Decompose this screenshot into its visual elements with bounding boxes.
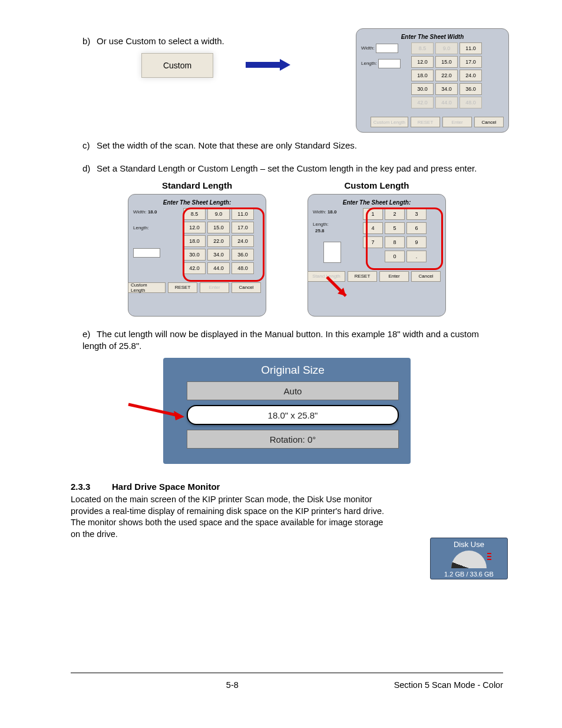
custom-button[interactable]: Custom xyxy=(141,53,213,78)
width-size-button[interactable]: 18.0 xyxy=(411,70,434,81)
length-size-button[interactable]: 36.0 xyxy=(232,249,254,261)
width-size-button: 9.0 xyxy=(435,42,458,54)
dialog-custom-length-button[interactable]: Custom Length xyxy=(128,282,166,293)
disk-use-monitor: Disk Use 1.2 GB / 33.6 GB xyxy=(430,538,508,579)
width-size-button: 8.5 xyxy=(411,42,434,54)
svg-line-2 xyxy=(128,404,178,416)
dialog-stand-length-button: Stand Length xyxy=(308,271,345,282)
dialog-reset-button[interactable]: RESET xyxy=(168,282,197,293)
length-size-button[interactable]: 34.0 xyxy=(207,249,230,261)
keypad-digit-button[interactable]: 5 xyxy=(385,222,405,234)
length-field[interactable] xyxy=(378,59,401,68)
section-heading: 2.3.3Hard Drive Space Monitor xyxy=(71,482,503,492)
keypad-digit-button[interactable]: . xyxy=(406,251,427,262)
length-size-button[interactable]: 24.0 xyxy=(232,235,254,247)
dialog-reset-button: RESET xyxy=(411,117,440,127)
length-size-button[interactable]: 18.0 xyxy=(183,235,206,247)
rotation-button[interactable]: Rotation: 0° xyxy=(187,430,399,449)
standard-length-heading: Standard Length xyxy=(128,180,266,190)
custom-length-heading: Custom Length xyxy=(308,180,446,190)
length-size-button[interactable]: 30.0 xyxy=(183,249,206,261)
length-size-button[interactable]: 17.0 xyxy=(232,222,254,233)
dialog-custom-length-button: Custom Length xyxy=(371,117,408,127)
dialog-cancel-button[interactable]: Cancel xyxy=(232,282,261,293)
dialog-cancel-button[interactable]: Cancel xyxy=(474,117,504,127)
width-size-button[interactable]: 17.0 xyxy=(459,56,482,68)
custom-length-dialog: Enter The Sheet Length: Width: 18.0 Leng… xyxy=(308,194,446,317)
section-body: Located on the main screen of the KIP pr… xyxy=(71,494,389,540)
dialog-title: Enter The Sheet Width xyxy=(361,34,504,40)
keypad-digit-button[interactable]: 1 xyxy=(363,208,383,220)
page-footer: 5-8 Section 5 Scan Mode - Color xyxy=(71,680,503,690)
length-size-button[interactable]: 11.0 xyxy=(232,208,254,220)
gauge-icon xyxy=(451,551,487,568)
manual-size-button[interactable]: 18.0" x 25.8" xyxy=(187,405,399,425)
length-label: Length: xyxy=(361,61,377,66)
width-size-button[interactable]: 15.0 xyxy=(435,56,458,68)
keypad-digit-button[interactable]: 2 xyxy=(385,208,405,220)
keypad-digit-button[interactable]: 7 xyxy=(363,236,383,248)
dialog-cancel-button[interactable]: Cancel xyxy=(411,271,441,282)
length-size-button[interactable]: 9.0 xyxy=(207,208,230,220)
width-size-button[interactable]: 34.0 xyxy=(435,83,458,95)
step-e: e)The cut length will now be displayed i… xyxy=(82,328,503,353)
length-size-button[interactable]: 42.0 xyxy=(183,262,206,274)
sheet-width-dialog: Enter The Sheet Width Width: Length: 8.5… xyxy=(356,28,509,133)
width-size-button[interactable]: 24.0 xyxy=(459,70,482,81)
red-arrow-icon xyxy=(125,401,190,425)
step-d: d)Set a Standard Length or Custom Length… xyxy=(82,163,503,174)
keypad-digit-button[interactable]: 6 xyxy=(406,222,427,234)
width-size-button: 48.0 xyxy=(459,97,482,108)
width-size-button: 42.0 xyxy=(411,97,434,108)
keypad-digit-button[interactable]: 8 xyxy=(385,236,405,248)
width-field[interactable] xyxy=(376,44,398,53)
svg-marker-3 xyxy=(174,411,184,420)
width-size-button[interactable]: 12.0 xyxy=(411,56,434,68)
width-size-button[interactable]: 30.0 xyxy=(411,83,434,95)
width-size-button[interactable]: 36.0 xyxy=(459,83,482,95)
dialog-enter-button: Enter xyxy=(200,282,229,293)
width-size-button[interactable]: 11.0 xyxy=(459,42,482,54)
length-slider[interactable] xyxy=(133,248,160,258)
original-size-title: Original Size xyxy=(187,364,399,377)
length-size-button[interactable]: 12.0 xyxy=(183,222,206,233)
footer-rule xyxy=(71,673,503,673)
dialog-reset-button[interactable]: RESET xyxy=(348,271,377,282)
keypad-digit-button[interactable]: 4 xyxy=(363,222,383,234)
dialog-enter-button: Enter xyxy=(442,117,472,127)
width-size-button: 44.0 xyxy=(435,97,458,108)
arrow-icon xyxy=(246,59,293,71)
length-size-button[interactable]: 44.0 xyxy=(207,262,230,274)
keypad-digit-button[interactable]: 9 xyxy=(406,236,427,248)
length-size-button[interactable]: 22.0 xyxy=(207,235,230,247)
width-label: Width: xyxy=(361,45,375,51)
keypad-digit-button[interactable]: 3 xyxy=(406,208,427,220)
step-c: c)Set the width of the scan. Note that t… xyxy=(82,140,503,151)
auto-size-button[interactable]: Auto xyxy=(187,381,399,400)
width-size-button[interactable]: 22.0 xyxy=(435,70,458,81)
length-size-button[interactable]: 48.0 xyxy=(232,262,254,274)
length-size-button[interactable]: 8.5 xyxy=(183,208,206,220)
length-entry-field[interactable] xyxy=(323,242,341,263)
length-size-button[interactable]: 15.0 xyxy=(207,222,230,233)
dialog-enter-button[interactable]: Enter xyxy=(379,271,409,282)
svg-marker-1 xyxy=(338,288,346,296)
original-size-panel: Original Size Auto 18.0" x 25.8" Rotatio… xyxy=(163,358,411,464)
keypad-digit-button[interactable]: 0 xyxy=(385,251,405,262)
standard-length-dialog: Enter The Sheet Length: Width: 18.0 Leng… xyxy=(128,194,266,317)
